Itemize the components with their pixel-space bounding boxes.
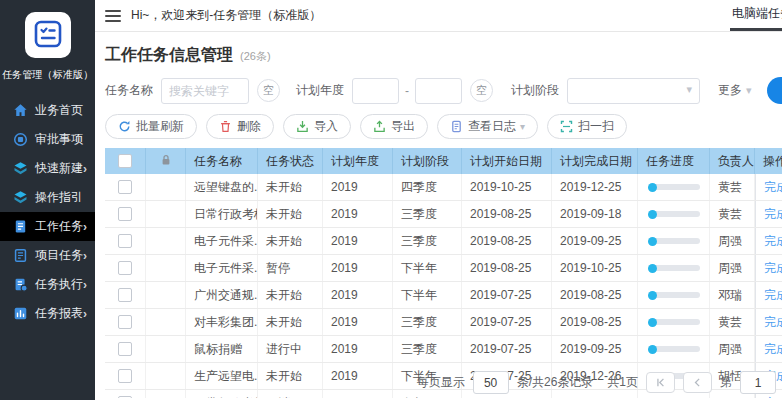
cell-plan-end-date: 2019-09-25 [552, 228, 638, 254]
col-header-plan-stage: 计划阶段 [393, 148, 462, 174]
progress-slider[interactable] [646, 184, 700, 190]
cell-plan-year: 2019 [323, 228, 393, 254]
cell-plan-year: 2019 [323, 309, 393, 335]
cell-task-progress [638, 336, 710, 362]
progress-slider[interactable] [646, 265, 700, 271]
cell-plan-year: 2019 [323, 336, 393, 362]
toolbar-button-1[interactable]: 批量刷新 [105, 114, 197, 139]
progress-slider[interactable] [646, 319, 700, 325]
col-header-plan-year: 计划年度 [323, 148, 393, 174]
progress-handle[interactable] [648, 183, 657, 192]
cell-plan-end-date: 2019-12-25 [552, 174, 638, 200]
action-toolbar: 批量刷新删除导入导出查看日志▾扫一扫 [105, 114, 782, 139]
cell-plan-stage: 四季度 [393, 174, 462, 200]
hamburger-menu-icon[interactable] [105, 10, 121, 22]
per-page-input[interactable]: 50 [473, 371, 509, 394]
cell-actions: 完成 [755, 309, 782, 335]
progress-slider[interactable] [646, 238, 700, 244]
row-checkbox[interactable] [118, 261, 132, 275]
complete-task-link[interactable]: 完成 [764, 395, 782, 399]
toolbar-button-3[interactable]: 导入 [283, 114, 351, 139]
toolbar-button-label: 删除 [237, 118, 261, 135]
row-checkbox[interactable] [118, 315, 132, 329]
progress-slider[interactable] [646, 292, 700, 298]
row-checkbox[interactable] [118, 288, 132, 302]
sidebar-item-4[interactable]: 操作指引 [0, 183, 95, 212]
toolbar-button-6[interactable]: 扫一扫 [547, 114, 627, 139]
sidebar: 任务管理（标准版） 业务首页审批事项快速新建›操作指引工作任务›项目任务›任务执… [0, 0, 95, 400]
current-page-input[interactable]: 1 [740, 371, 776, 394]
select-all-checkbox[interactable] [118, 154, 132, 168]
toolbar-button-4[interactable]: 导出 [360, 114, 428, 139]
complete-task-link[interactable]: 完成 [764, 341, 782, 358]
progress-slider[interactable] [646, 346, 700, 352]
sidebar-item-7[interactable]: 任务执行› [0, 270, 95, 299]
chevron-down-icon: ▾ [686, 83, 692, 96]
search-button[interactable] [767, 77, 782, 104]
row-select-cell [105, 255, 146, 281]
sidebar-item-8[interactable]: 任务报表› [0, 299, 95, 328]
sidebar-item-label: 业务首页 [35, 102, 83, 119]
row-checkbox[interactable] [118, 207, 132, 221]
cell-plan-stage: 下半年 [393, 282, 462, 308]
first-page-button[interactable] [646, 372, 675, 393]
complete-task-link[interactable]: 完成 [764, 314, 782, 331]
task-table: 任务名称任务状态计划年度计划阶段计划开始日期计划完成日期任务进度负责人操作 远望… [105, 148, 782, 398]
prev-page-button[interactable] [683, 372, 712, 393]
clear-task-name-button[interactable]: 空 [257, 79, 280, 102]
sidebar-item-label: 快速新建 [35, 160, 83, 177]
complete-task-link[interactable]: 完成 [764, 179, 782, 196]
cell-plan-start-date: 2019-08-25 [462, 228, 552, 254]
complete-task-link[interactable]: 完成 [764, 206, 782, 223]
page-content: 工作任务信息管理 (26条) 任务名称 空 计划年度 - 空 计划阶段 ▾ 更多 [95, 32, 782, 400]
progress-handle[interactable] [648, 237, 657, 246]
row-lock-cell [146, 174, 186, 200]
complete-task-link[interactable]: 完成 [764, 287, 782, 304]
complete-task-link[interactable]: 完成 [764, 260, 782, 277]
table-row[interactable]: 电子元件采...暂停2019下半年2019-08-252019-10-25周强完… [105, 255, 782, 282]
progress-handle[interactable] [648, 210, 657, 219]
row-checkbox[interactable] [118, 180, 132, 194]
sidebar-item-3[interactable]: 快速新建› [0, 154, 95, 183]
table-row[interactable]: 日常行政考核未开始2019三季度2019-08-252019-09-18黄芸完成 [105, 201, 782, 228]
welcome-text: Hi~，欢迎来到-任务管理（标准版） [131, 7, 321, 24]
plan-year-from-input[interactable] [352, 78, 399, 104]
sidebar-item-2[interactable]: 审批事项 [0, 125, 95, 154]
chevron-right-icon: › [83, 249, 87, 263]
clear-plan-year-button[interactable]: 空 [470, 79, 493, 102]
sidebar-item-6[interactable]: 项目任务› [0, 241, 95, 270]
chevron-right-icon: › [83, 307, 87, 321]
row-select-cell [105, 282, 146, 308]
toolbar-button-2[interactable]: 删除 [206, 114, 274, 139]
plan-stage-label: 计划阶段 [511, 82, 559, 99]
task-name-input[interactable] [161, 78, 249, 104]
progress-handle[interactable] [648, 291, 657, 300]
row-checkbox[interactable] [118, 234, 132, 248]
sidebar-item-5[interactable]: 工作任务› [0, 212, 95, 241]
progress-handle[interactable] [648, 264, 657, 273]
table-row[interactable]: 对丰彩集团...未开始2019三季度2019-07-252019-08-25黄芸… [105, 309, 782, 336]
cell-owner: 周强 [710, 336, 755, 362]
col-header-actions: 操作 [755, 148, 782, 174]
cell-owner: 黄芸 [710, 309, 755, 335]
table-row[interactable]: 电子元件采...未开始2019三季度2019-08-252019-09-25周强… [105, 228, 782, 255]
row-checkbox[interactable] [118, 342, 132, 356]
cell-actions: 完成 [755, 336, 782, 362]
toolbar-button-5[interactable]: 查看日志▾ [437, 114, 538, 139]
cell-task-status: 未开始 [258, 201, 323, 227]
progress-handle[interactable] [648, 318, 657, 327]
table-row[interactable]: 鼠标捐赠进行中2019三季度2019-07-252019-09-25周强完成 [105, 336, 782, 363]
progress-handle[interactable] [648, 345, 657, 354]
complete-task-link[interactable]: 完成 [764, 233, 782, 250]
row-checkbox[interactable] [118, 396, 132, 398]
plan-year-to-input[interactable] [415, 78, 462, 104]
table-row[interactable]: 远望键盘的...未开始2019四季度2019-10-252019-12-25黄芸… [105, 174, 782, 201]
cell-plan-start-date: 2019-07-25 [462, 309, 552, 335]
plan-stage-select[interactable]: ▾ [567, 78, 700, 104]
tab-pc-tasks[interactable]: 电脑端任务 [730, 5, 782, 31]
table-row[interactable]: 广州交通规...未开始2019下半年2019-07-252019-08-25邓瑞… [105, 282, 782, 309]
sidebar-item-1[interactable]: 业务首页 [0, 96, 95, 125]
progress-slider[interactable] [646, 211, 700, 217]
more-filters-button[interactable]: 更多 ▾ [718, 82, 752, 99]
chevron-left-icon [692, 377, 703, 388]
